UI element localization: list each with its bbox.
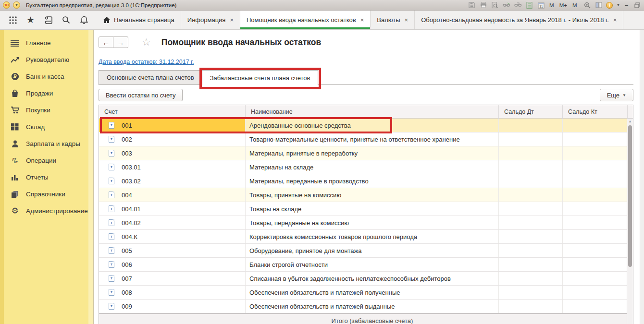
- info-icon[interactable]: i: [606, 2, 613, 9]
- cell-saldo-dt[interactable]: [499, 272, 563, 285]
- cell-saldo-kt[interactable]: [563, 258, 628, 271]
- cell-saldo-kt[interactable]: [563, 188, 628, 202]
- cell-saldo-dt[interactable]: [499, 216, 563, 229]
- balances-date-link[interactable]: Дата ввода остатков: 31.12.2017 г.: [99, 59, 194, 65]
- cell-account[interactable]: т003: [99, 146, 246, 160]
- account-row-004.К[interactable]: т004.ККорректировка комиссионных товаров…: [99, 230, 633, 244]
- cell-account[interactable]: т004.02: [99, 216, 246, 229]
- account-row-004.01[interactable]: т004.01Товары на складе: [99, 202, 633, 216]
- tab-assistant[interactable]: Помощник ввода начальных остатков×: [240, 11, 371, 29]
- sidebar-item-glavnoe[interactable]: Главное: [0, 35, 93, 51]
- account-row-003.01[interactable]: т003.01Материалы на складе: [99, 160, 633, 174]
- cell-saldo-dt[interactable]: [499, 300, 563, 313]
- search-icon[interactable]: [57, 11, 75, 29]
- cell-account[interactable]: т004.01: [99, 202, 246, 216]
- print-icon[interactable]: [479, 1, 487, 9]
- cell-account[interactable]: т007: [99, 272, 246, 285]
- cell-saldo-kt[interactable]: [563, 146, 628, 160]
- account-row-001[interactable]: т001Арендованные основные средства: [99, 119, 633, 132]
- favorite-star-icon[interactable]: ☆: [142, 36, 151, 48]
- cell-saldo-kt[interactable]: [563, 286, 628, 299]
- 1c-logo-icon[interactable]: 1С: [3, 1, 10, 9]
- calendar-icon[interactable]: 31: [537, 1, 545, 9]
- column-header[interactable]: Сальдо Кт: [563, 105, 628, 118]
- sidebar-item-bank-i-kassa[interactable]: РБанк и касса: [0, 68, 93, 85]
- account-row-005[interactable]: т005Оборудование, принятое для монтажа: [99, 244, 633, 258]
- cell-account[interactable]: т006: [99, 258, 246, 271]
- table-scrollbar[interactable]: ▲: [627, 119, 633, 324]
- cell-saldo-kt[interactable]: [563, 202, 628, 216]
- go-to-link-icon[interactable]: [514, 1, 522, 9]
- cell-saldo-dt[interactable]: [499, 188, 563, 202]
- split-view-icon[interactable]: [594, 1, 603, 9]
- cell-account[interactable]: т001: [99, 119, 246, 132]
- cell-saldo-dt[interactable]: [499, 119, 563, 132]
- minimize-button[interactable]: –: [623, 2, 630, 9]
- tab-close-icon[interactable]: ×: [230, 16, 234, 24]
- cell-saldo-dt[interactable]: [499, 230, 563, 243]
- cell-saldo-kt[interactable]: [563, 300, 628, 313]
- calculator-icon[interactable]: [525, 1, 533, 9]
- main-menu-dropdown-icon[interactable]: ▼: [13, 1, 20, 9]
- more-button[interactable]: Еще▼: [600, 89, 633, 101]
- cell-name[interactable]: Бланки строгой отчетности: [246, 258, 499, 271]
- sidebar-item-otchety[interactable]: Отчеты: [0, 169, 93, 186]
- account-row-003.02[interactable]: т003.02Материалы, переданные в производс…: [99, 174, 633, 188]
- tab-close-icon[interactable]: ×: [405, 16, 409, 24]
- account-row-004[interactable]: т004Товары, принятые на комиссию: [99, 188, 633, 202]
- cell-name[interactable]: Материалы, переданные в производство: [246, 174, 499, 188]
- sidebar-item-sklad[interactable]: Склад: [0, 119, 93, 135]
- cell-saldo-kt[interactable]: [563, 132, 628, 146]
- inner-tab-main-accounts[interactable]: Основные счета плана счетов: [99, 70, 202, 84]
- cell-name[interactable]: Товары, принятые на комиссию: [246, 188, 499, 202]
- cell-name[interactable]: Обеспечения обязательств и платежей выда…: [246, 300, 499, 313]
- cell-account[interactable]: т009: [99, 300, 246, 313]
- cell-saldo-dt[interactable]: [499, 286, 563, 299]
- history-icon[interactable]: [39, 11, 57, 29]
- inner-tab-offbalance-accounts[interactable]: Забалансовые счета плана счетов: [202, 70, 319, 85]
- print-preview-icon[interactable]: [491, 1, 499, 9]
- apps-menu-icon[interactable]: [4, 11, 22, 29]
- sidebar-item-pokupki[interactable]: Покупки: [0, 102, 93, 119]
- cell-saldo-dt[interactable]: [499, 258, 563, 271]
- cell-account[interactable]: т004.К: [99, 230, 246, 243]
- tab-info[interactable]: Информация×: [181, 11, 240, 29]
- enter-balances-button[interactable]: Ввести остатки по счету: [99, 89, 183, 101]
- cell-saldo-dt[interactable]: [499, 160, 563, 174]
- cell-name[interactable]: Товары на складе: [246, 202, 499, 216]
- forward-button[interactable]: →: [113, 36, 128, 48]
- cell-name[interactable]: Списанная в убыток задолженность неплате…: [246, 272, 499, 285]
- column-header[interactable]: Наименование: [246, 105, 499, 118]
- cell-account[interactable]: т004: [99, 188, 246, 202]
- cell-account[interactable]: т003.01: [99, 160, 246, 174]
- cell-name[interactable]: Обеспечения обязательств и платежей полу…: [246, 286, 499, 299]
- account-row-007[interactable]: т007Списанная в убыток задолженность неп…: [99, 272, 633, 286]
- cell-saldo-kt[interactable]: [563, 272, 628, 285]
- cell-saldo-dt[interactable]: [499, 146, 563, 160]
- sidebar-item-administrirovanie[interactable]: ⚙Администрирование: [0, 203, 93, 219]
- tab-home[interactable]: Начальная страница: [97, 11, 181, 29]
- cell-saldo-dt[interactable]: [499, 244, 563, 257]
- account-row-009[interactable]: т009Обеспечения обязательств и платежей …: [99, 300, 633, 313]
- favorites-star-icon[interactable]: ★: [22, 11, 39, 29]
- cell-name[interactable]: Арендованные основные средства: [246, 119, 499, 132]
- tab-close-icon[interactable]: ×: [613, 16, 617, 24]
- cell-name[interactable]: Оборудование, принятое для монтажа: [246, 244, 499, 257]
- save-icon[interactable]: [468, 1, 476, 9]
- info-dropdown-icon[interactable]: ▼: [616, 3, 620, 7]
- sidebar-item-zarplata-i-kadry[interactable]: Зарплата и кадры: [0, 135, 93, 152]
- tab-osv[interactable]: Оборотно-сальдовая ведомость за Январь 2…: [415, 11, 623, 29]
- memory-subtract-button[interactable]: M-: [571, 2, 580, 8]
- tab-close-icon[interactable]: ×: [360, 16, 364, 24]
- cell-name[interactable]: Товарно-материальные ценности, принятые …: [246, 132, 499, 146]
- cell-account[interactable]: т002: [99, 132, 246, 146]
- sidebar-item-prodazhi[interactable]: Продажи: [0, 85, 93, 102]
- account-row-004.02[interactable]: т004.02Товары, переданные на комиссию: [99, 216, 633, 230]
- tab-currencies[interactable]: Валюты×: [371, 11, 415, 29]
- cell-name[interactable]: Корректировка комиссионных товаров прошл…: [246, 230, 499, 243]
- sidebar-item-operacii[interactable]: Дт КтОперации: [0, 152, 93, 169]
- back-button[interactable]: ←: [99, 36, 113, 48]
- cell-saldo-kt[interactable]: [563, 119, 628, 132]
- cell-saldo-dt[interactable]: [499, 132, 563, 146]
- restore-window-button[interactable]: [633, 1, 641, 9]
